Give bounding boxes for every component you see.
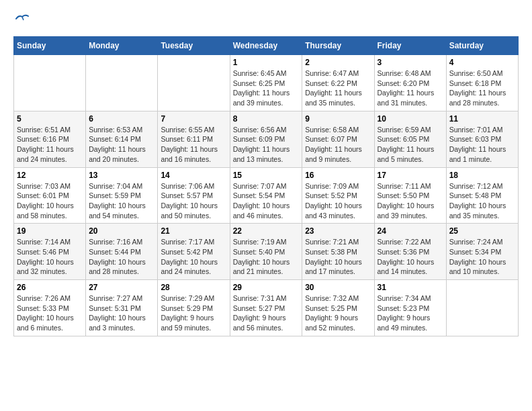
calendar-week-4: 19Sunrise: 7:14 AMSunset: 5:46 PMDayligh… <box>14 224 519 280</box>
calendar-cell: 5Sunrise: 6:51 AMSunset: 6:16 PMDaylight… <box>14 111 86 167</box>
day-number: 31 <box>378 283 443 292</box>
calendar-cell: 8Sunrise: 6:56 AMSunset: 6:09 PMDaylight… <box>230 111 302 167</box>
day-number: 21 <box>161 226 226 236</box>
day-info: Sunrise: 7:12 AMSunset: 5:48 PMDaylight:… <box>449 181 515 221</box>
page-header <box>13 13 519 30</box>
day-number: 24 <box>378 226 443 236</box>
column-header-wednesday: Wednesday <box>230 37 302 55</box>
calendar-cell: 3Sunrise: 6:48 AMSunset: 6:20 PMDaylight… <box>374 55 446 111</box>
day-number: 25 <box>449 226 515 236</box>
calendar-cell: 31Sunrise: 7:34 AMSunset: 5:23 PMDayligh… <box>374 280 446 336</box>
day-number: 15 <box>233 171 300 180</box>
day-info: Sunrise: 7:17 AMSunset: 5:42 PMDaylight:… <box>161 237 226 277</box>
day-number: 5 <box>17 114 83 124</box>
day-info: Sunrise: 7:03 AMSunset: 6:01 PMDaylight:… <box>17 181 83 221</box>
day-info: Sunrise: 7:16 AMSunset: 5:44 PMDaylight:… <box>89 237 154 277</box>
column-header-tuesday: Tuesday <box>158 37 230 55</box>
calendar-week-1: 1Sunrise: 6:45 AMSunset: 6:25 PMDaylight… <box>14 55 519 111</box>
calendar-cell: 28Sunrise: 7:29 AMSunset: 5:29 PMDayligh… <box>158 280 230 336</box>
logo <box>13 13 30 30</box>
day-info: Sunrise: 6:56 AMSunset: 6:09 PMDaylight:… <box>233 125 300 165</box>
calendar-table: SundayMondayTuesdayWednesdayThursdayFrid… <box>13 36 519 336</box>
calendar-cell: 7Sunrise: 6:55 AMSunset: 6:11 PMDaylight… <box>158 111 230 167</box>
column-header-friday: Friday <box>374 37 446 55</box>
day-number: 30 <box>305 283 371 292</box>
day-number: 1 <box>233 58 300 67</box>
day-number: 23 <box>305 226 371 236</box>
calendar-cell: 12Sunrise: 7:03 AMSunset: 6:01 PMDayligh… <box>14 167 86 224</box>
day-info: Sunrise: 7:09 AMSunset: 5:52 PMDaylight:… <box>305 181 371 221</box>
day-number: 19 <box>17 226 83 236</box>
calendar-cell: 29Sunrise: 7:31 AMSunset: 5:27 PMDayligh… <box>230 280 302 336</box>
day-number: 11 <box>449 114 515 124</box>
column-header-sunday: Sunday <box>14 37 86 55</box>
day-info: Sunrise: 6:47 AMSunset: 6:22 PMDaylight:… <box>305 68 371 108</box>
calendar-cell: 24Sunrise: 7:22 AMSunset: 5:36 PMDayligh… <box>374 224 446 280</box>
calendar-cell: 15Sunrise: 7:07 AMSunset: 5:54 PMDayligh… <box>230 167 302 224</box>
day-info: Sunrise: 7:27 AMSunset: 5:31 PMDaylight:… <box>89 293 154 333</box>
calendar-cell: 14Sunrise: 7:06 AMSunset: 5:57 PMDayligh… <box>158 167 230 224</box>
column-header-saturday: Saturday <box>446 37 518 55</box>
calendar-cell: 10Sunrise: 6:59 AMSunset: 6:05 PMDayligh… <box>374 111 446 167</box>
day-number: 17 <box>378 171 443 180</box>
calendar-header-row: SundayMondayTuesdayWednesdayThursdayFrid… <box>14 37 519 55</box>
day-info: Sunrise: 7:21 AMSunset: 5:38 PMDaylight:… <box>305 237 371 277</box>
calendar-cell: 2Sunrise: 6:47 AMSunset: 6:22 PMDaylight… <box>302 55 374 111</box>
day-info: Sunrise: 7:24 AMSunset: 5:34 PMDaylight:… <box>449 237 515 277</box>
day-info: Sunrise: 6:59 AMSunset: 6:05 PMDaylight:… <box>378 125 443 165</box>
calendar-cell: 16Sunrise: 7:09 AMSunset: 5:52 PMDayligh… <box>302 167 374 224</box>
column-header-monday: Monday <box>86 37 158 55</box>
day-info: Sunrise: 7:14 AMSunset: 5:46 PMDaylight:… <box>17 237 83 277</box>
day-info: Sunrise: 7:34 AMSunset: 5:23 PMDaylight:… <box>378 293 443 333</box>
day-info: Sunrise: 7:11 AMSunset: 5:50 PMDaylight:… <box>378 181 443 221</box>
day-number: 4 <box>449 58 515 67</box>
day-number: 7 <box>161 114 226 124</box>
calendar-cell: 11Sunrise: 7:01 AMSunset: 6:03 PMDayligh… <box>446 111 518 167</box>
logo-bird-icon <box>15 13 30 24</box>
day-number: 28 <box>161 283 226 292</box>
day-info: Sunrise: 7:29 AMSunset: 5:29 PMDaylight:… <box>161 293 226 333</box>
column-header-thursday: Thursday <box>302 37 374 55</box>
day-number: 26 <box>17 283 83 292</box>
calendar-cell: 27Sunrise: 7:27 AMSunset: 5:31 PMDayligh… <box>86 280 158 336</box>
day-number: 13 <box>89 171 154 180</box>
day-info: Sunrise: 7:04 AMSunset: 5:59 PMDaylight:… <box>89 181 154 221</box>
day-number: 18 <box>449 171 515 180</box>
calendar-cell: 18Sunrise: 7:12 AMSunset: 5:48 PMDayligh… <box>446 167 518 224</box>
day-number: 20 <box>89 226 154 236</box>
day-number: 14 <box>161 171 226 180</box>
calendar-cell: 4Sunrise: 6:50 AMSunset: 6:18 PMDaylight… <box>446 55 518 111</box>
calendar-cell: 30Sunrise: 7:32 AMSunset: 5:25 PMDayligh… <box>302 280 374 336</box>
day-number: 27 <box>89 283 154 292</box>
calendar-cell <box>446 280 518 336</box>
day-number: 6 <box>89 114 154 124</box>
day-info: Sunrise: 7:31 AMSunset: 5:27 PMDaylight:… <box>233 293 300 333</box>
day-number: 9 <box>305 114 371 124</box>
day-number: 16 <box>305 171 371 180</box>
calendar-cell <box>86 55 158 111</box>
day-number: 2 <box>305 58 371 67</box>
calendar-cell: 17Sunrise: 7:11 AMSunset: 5:50 PMDayligh… <box>374 167 446 224</box>
day-info: Sunrise: 7:01 AMSunset: 6:03 PMDaylight:… <box>449 125 515 165</box>
day-number: 10 <box>378 114 443 124</box>
calendar-cell: 21Sunrise: 7:17 AMSunset: 5:42 PMDayligh… <box>158 224 230 280</box>
day-info: Sunrise: 7:06 AMSunset: 5:57 PMDaylight:… <box>161 181 226 221</box>
day-info: Sunrise: 7:22 AMSunset: 5:36 PMDaylight:… <box>378 237 443 277</box>
day-info: Sunrise: 7:19 AMSunset: 5:40 PMDaylight:… <box>233 237 300 277</box>
calendar-cell: 26Sunrise: 7:26 AMSunset: 5:33 PMDayligh… <box>14 280 86 336</box>
calendar-week-3: 12Sunrise: 7:03 AMSunset: 6:01 PMDayligh… <box>14 167 519 224</box>
day-number: 3 <box>378 58 443 67</box>
day-info: Sunrise: 7:07 AMSunset: 5:54 PMDaylight:… <box>233 181 300 221</box>
day-number: 22 <box>233 226 300 236</box>
calendar-cell: 19Sunrise: 7:14 AMSunset: 5:46 PMDayligh… <box>14 224 86 280</box>
day-info: Sunrise: 7:26 AMSunset: 5:33 PMDaylight:… <box>17 293 83 333</box>
calendar-cell <box>158 55 230 111</box>
day-info: Sunrise: 6:48 AMSunset: 6:20 PMDaylight:… <box>378 68 443 108</box>
calendar-cell <box>14 55 86 111</box>
day-info: Sunrise: 6:45 AMSunset: 6:25 PMDaylight:… <box>233 68 300 108</box>
calendar-cell: 23Sunrise: 7:21 AMSunset: 5:38 PMDayligh… <box>302 224 374 280</box>
calendar-cell: 1Sunrise: 6:45 AMSunset: 6:25 PMDaylight… <box>230 55 302 111</box>
day-info: Sunrise: 6:58 AMSunset: 6:07 PMDaylight:… <box>305 125 371 165</box>
calendar-cell: 13Sunrise: 7:04 AMSunset: 5:59 PMDayligh… <box>86 167 158 224</box>
calendar-cell: 6Sunrise: 6:53 AMSunset: 6:14 PMDaylight… <box>86 111 158 167</box>
